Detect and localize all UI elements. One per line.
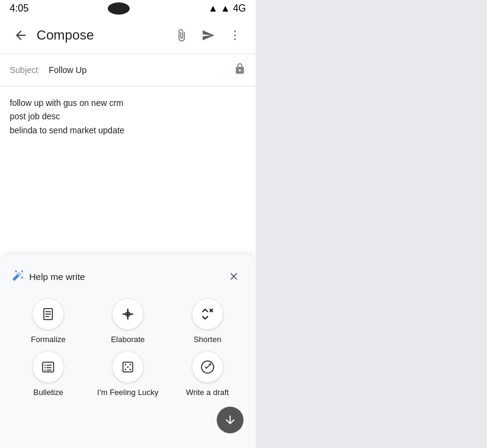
- subject-label: Subject: [10, 65, 49, 75]
- lock-icon: [234, 63, 246, 77]
- bulletize-icon: [41, 360, 55, 374]
- shorten-icon-circle: [192, 298, 223, 330]
- compose-header: Compose: [0, 17, 256, 54]
- back-arrow-icon: [13, 28, 28, 43]
- status-bar: 4:05 ▲ ▲ 4G: [0, 0, 256, 17]
- shorten-action[interactable]: Shorten: [171, 298, 244, 344]
- scroll-down-icon: [223, 413, 237, 427]
- feeling-lucky-icon-circle: [112, 351, 144, 383]
- formalize-action[interactable]: Formalize: [12, 298, 85, 344]
- magic-wand-icon: [12, 269, 24, 284]
- bulletize-icon-circle: [32, 351, 64, 383]
- attach-button[interactable]: [170, 24, 192, 46]
- subject-row: Subject Follow Up: [0, 54, 256, 86]
- elaborate-icon-circle: [112, 298, 144, 330]
- feeling-lucky-icon: [121, 360, 135, 374]
- help-me-write-label: Help me write: [12, 269, 85, 284]
- scroll-down-button[interactable]: [217, 407, 244, 433]
- write-draft-icon: [200, 360, 215, 374]
- svg-point-2: [234, 38, 236, 40]
- page-title: Compose: [37, 27, 170, 43]
- bulletize-action[interactable]: Bulletize: [12, 351, 85, 397]
- feeling-lucky-action[interactable]: I'm Feeling Lucky: [92, 351, 164, 397]
- write-draft-action[interactable]: Write a draft: [171, 351, 244, 397]
- svg-point-18: [130, 369, 131, 370]
- svg-point-1: [234, 35, 236, 37]
- more-options-button[interactable]: [224, 24, 246, 46]
- status-icons: ▲ ▲ 4G: [208, 3, 246, 14]
- svg-point-16: [130, 364, 131, 365]
- formalize-icon-circle: [32, 298, 64, 330]
- svg-point-19: [127, 366, 128, 368]
- action-grid: Formalize Elaborate: [12, 298, 244, 397]
- svg-point-8: [44, 365, 46, 366]
- send-button[interactable]: [197, 24, 219, 46]
- formalize-label: Formalize: [31, 335, 66, 344]
- formalize-icon: [41, 307, 55, 321]
- help-panel-header: Help me write: [12, 267, 244, 286]
- status-time: 4:05: [10, 3, 29, 14]
- svg-point-9: [44, 367, 46, 368]
- svg-point-0: [234, 30, 236, 32]
- elaborate-label: Elaborate: [111, 335, 145, 344]
- svg-point-10: [44, 369, 46, 371]
- header-actions: [170, 24, 246, 46]
- bulletize-label: Bulletize: [33, 388, 63, 397]
- shorten-label: Shorten: [194, 335, 222, 344]
- svg-point-15: [125, 364, 126, 365]
- back-button[interactable]: [10, 24, 32, 46]
- attach-icon: [175, 29, 188, 42]
- shorten-icon: [200, 307, 215, 321]
- close-button[interactable]: [224, 267, 244, 286]
- svg-point-17: [125, 369, 126, 370]
- more-icon: [228, 29, 242, 42]
- camera-pill: [108, 2, 130, 15]
- feeling-lucky-label: I'm Feeling Lucky: [97, 388, 159, 397]
- elaborate-icon: [121, 307, 135, 321]
- subject-value[interactable]: Follow Up: [49, 65, 234, 75]
- send-icon: [201, 29, 215, 42]
- write-draft-label: Write a draft: [186, 388, 229, 397]
- help-me-write-panel: Help me write Formalize: [0, 254, 256, 448]
- elaborate-action[interactable]: Elaborate: [92, 298, 164, 344]
- email-body[interactable]: follow up with gus on new crm post job d…: [0, 86, 256, 233]
- help-me-write-text: Help me write: [29, 271, 85, 282]
- email-body-text: follow up with gus on new crm post job d…: [10, 96, 246, 137]
- write-draft-icon-circle: [192, 351, 223, 383]
